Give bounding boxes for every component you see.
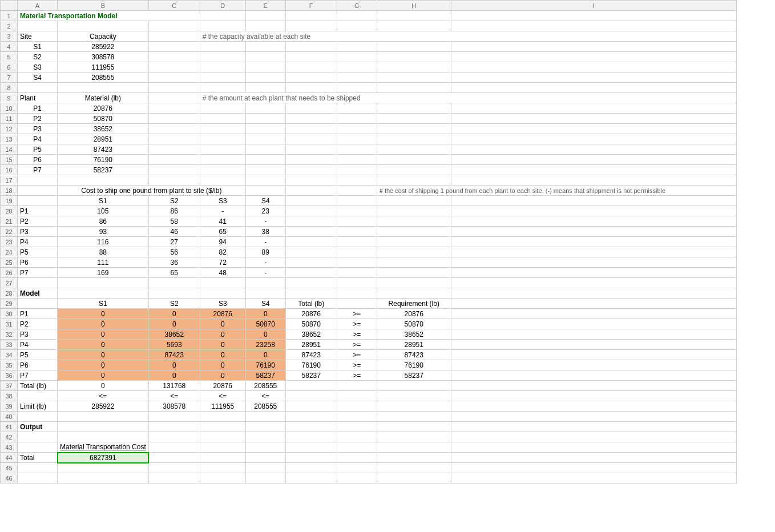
model-p5-s2: 87423 bbox=[148, 350, 200, 360]
plant-p2: P2 bbox=[18, 114, 58, 124]
model-p7-s4: 58237 bbox=[245, 370, 285, 381]
model-plant-p3: P3 bbox=[18, 329, 58, 340]
col-header-d: D bbox=[200, 1, 245, 11]
table-row: 29 S1 S2 S3 S4 Total (lb) Requirement (l… bbox=[1, 299, 737, 309]
table-row: 40 bbox=[1, 412, 737, 422]
cost-col-s1: S1 bbox=[58, 196, 149, 206]
col-header-a: A bbox=[18, 1, 58, 11]
model-p1-s3: 20876 bbox=[200, 309, 245, 319]
table-row: 7 S4 208555 bbox=[1, 72, 737, 83]
capacity-s2: 308578 bbox=[58, 52, 149, 62]
col-header-e: E bbox=[245, 1, 285, 11]
model-total-s3: 20876 bbox=[200, 381, 245, 391]
plant-p1: P1 bbox=[18, 103, 58, 114]
model-p1-s2: 0 bbox=[148, 309, 200, 319]
model-p7-s3: 0 bbox=[200, 370, 245, 381]
plant-p6: P6 bbox=[18, 155, 58, 165]
table-row: 33 P4 0 5693 0 23258 28951 >= 28951 bbox=[1, 340, 737, 350]
model-p3-s3: 0 bbox=[200, 329, 245, 340]
model-col-total: Total (lb) bbox=[285, 299, 337, 309]
table-row: 14 P5 87423 bbox=[1, 144, 737, 155]
model-p2-s4: 50870 bbox=[245, 319, 285, 329]
model-p1-gte: >= bbox=[337, 309, 377, 319]
table-row: 17 bbox=[1, 175, 737, 186]
table-row: 11 P2 50870 bbox=[1, 114, 737, 124]
material-p7: 58237 bbox=[58, 165, 149, 175]
table-row: 21 P2 86 58 41 - bbox=[1, 216, 737, 227]
capacity-label: Capacity bbox=[58, 31, 149, 42]
model-p6-s1: 0 bbox=[58, 360, 149, 370]
table-row: 12 P3 38652 bbox=[1, 124, 737, 134]
model-p3-s4: 0 bbox=[245, 329, 285, 340]
cost-plant-p6: P6 bbox=[18, 257, 58, 268]
table-row: 30 P1 0 0 20876 0 20876 >= 20876 bbox=[1, 309, 737, 319]
model-p5-total: 87423 bbox=[285, 350, 337, 360]
col-header-f: F bbox=[285, 1, 337, 11]
table-row: 35 P6 0 0 0 76190 76190 >= 76190 bbox=[1, 360, 737, 370]
model-p4-total: 28951 bbox=[285, 340, 337, 350]
col-header-c: C bbox=[148, 1, 200, 11]
table-row: 36 P7 0 0 0 58237 58237 >= 58237 bbox=[1, 370, 737, 381]
limit-label: Limit (lb) bbox=[18, 401, 58, 412]
model-p6-gte: >= bbox=[337, 360, 377, 370]
model-p7-gte: >= bbox=[337, 370, 377, 381]
site-s3: S3 bbox=[18, 62, 58, 72]
model-p6-req: 76190 bbox=[377, 360, 451, 370]
output-total-label: Total bbox=[18, 453, 58, 463]
model-p1-total: 20876 bbox=[285, 309, 337, 319]
table-row: 2 bbox=[1, 21, 737, 31]
table-row: 39 Limit (lb) 285922 308578 111955 20855… bbox=[1, 401, 737, 412]
material-p5: 87423 bbox=[58, 144, 149, 155]
model-p5-s3: 0 bbox=[200, 350, 245, 360]
col-header-h: H bbox=[377, 1, 451, 11]
lte-s2: <= bbox=[148, 391, 200, 401]
model-plant-p1: P1 bbox=[18, 309, 58, 319]
model-plant-p6: P6 bbox=[18, 360, 58, 370]
table-row: 37 Total (lb) 0 131768 20876 208555 bbox=[1, 381, 737, 391]
table-row: 15 P6 76190 bbox=[1, 155, 737, 165]
table-row: 9 Plant Material (lb) # the amount at ea… bbox=[1, 93, 737, 103]
model-p6-s4: 76190 bbox=[245, 360, 285, 370]
table-row: 3 Site Capacity # the capacity available… bbox=[1, 31, 737, 42]
model-total-s1: 0 bbox=[58, 381, 149, 391]
table-row: 8 bbox=[1, 83, 737, 93]
capacity-comment: # the capacity available at each site bbox=[200, 31, 736, 42]
output-label: Output bbox=[18, 422, 58, 432]
table-row: 26 P7 169 65 48 - bbox=[1, 268, 737, 278]
model-total-s4: 208555 bbox=[245, 381, 285, 391]
model-p1-s4: 0 bbox=[245, 309, 285, 319]
model-col-s3: S3 bbox=[200, 299, 245, 309]
table-row: 19 S1 S2 S3 S4 bbox=[1, 196, 737, 206]
table-row: 27 bbox=[1, 278, 737, 288]
col-header-i: I bbox=[451, 1, 736, 11]
corner-cell bbox=[1, 1, 18, 11]
cost-plant-p7: P7 bbox=[18, 268, 58, 278]
table-row: 6 S3 111955 bbox=[1, 62, 737, 72]
material-label: Material (lb) bbox=[58, 93, 149, 103]
plant-p7: P7 bbox=[18, 165, 58, 175]
capacity-s1: 285922 bbox=[58, 42, 149, 52]
column-headers: A B C D E F G H I bbox=[1, 1, 737, 11]
model-p1-s1: 0 bbox=[58, 309, 149, 319]
table-row: 25 P6 111 36 72 - bbox=[1, 257, 737, 268]
limit-s1: 285922 bbox=[58, 401, 149, 412]
table-row: 31 P2 0 0 0 50870 50870 >= 50870 bbox=[1, 319, 737, 329]
cost-output-label: Material Transportation Cost bbox=[58, 442, 149, 453]
cost-header: Cost to ship one pound from plant to sit… bbox=[58, 186, 246, 196]
table-row: 5 S2 308578 bbox=[1, 52, 737, 62]
table-row: 16 P7 58237 bbox=[1, 165, 737, 175]
output-total-value[interactable]: 6827391 bbox=[58, 453, 149, 463]
model-p4-req: 28951 bbox=[377, 340, 451, 350]
material-p1: 20876 bbox=[58, 103, 149, 114]
model-p6-s3: 0 bbox=[200, 360, 245, 370]
table-row: 44 Total 6827391 bbox=[1, 453, 737, 463]
cost-plant-p3: P3 bbox=[18, 227, 58, 237]
table-row: 38 <= <= <= <= bbox=[1, 391, 737, 401]
table-row: 22 P3 93 46 65 38 bbox=[1, 227, 737, 237]
model-col-s2: S2 bbox=[148, 299, 200, 309]
model-p2-s3: 0 bbox=[200, 319, 245, 329]
capacity-s4: 208555 bbox=[58, 72, 149, 83]
model-col-s4: S4 bbox=[245, 299, 285, 309]
table-row: 18 Cost to ship one pound from plant to … bbox=[1, 186, 737, 196]
table-row: 28 Model bbox=[1, 288, 737, 299]
